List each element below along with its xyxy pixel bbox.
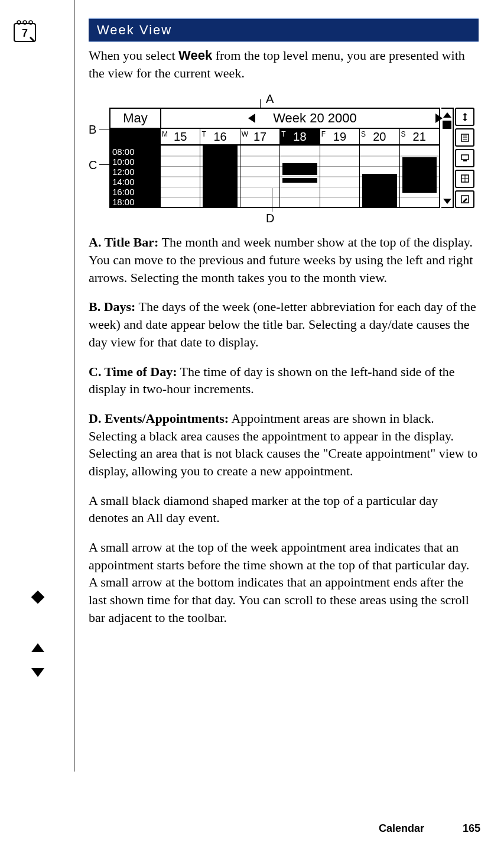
day-cell-wed[interactable]: W17	[240, 129, 279, 144]
day-cell-thu[interactable]: T18	[279, 129, 319, 144]
section-header: Week View	[89, 18, 479, 42]
intro-text-before: When you select	[89, 48, 178, 63]
grid-col-thu[interactable]	[279, 145, 319, 208]
time-label: 10:00	[112, 157, 158, 167]
grid-col-fri[interactable]	[320, 145, 359, 208]
paragraph-d: D. Events/Appointments: Appointment area…	[89, 410, 479, 480]
day-cell-sun[interactable]: S21	[399, 129, 439, 144]
time-column: 08:00 10:00 12:00 14:00 16:00 18:00	[110, 145, 160, 208]
paragraph-b: B. Days: The days of the week (one-lette…	[89, 298, 479, 351]
month-button[interactable]: May	[110, 109, 161, 128]
paragraph-arrows: A small arrow at the top of the week app…	[89, 539, 479, 626]
para-b-title: B. Days:	[89, 299, 135, 314]
edit-icon[interactable]	[455, 190, 474, 209]
corner-spacer	[110, 129, 160, 144]
week-view-figure: A B C D May Week 20 2000	[89, 93, 479, 226]
grid-col-wed[interactable]	[240, 145, 279, 208]
week-title: Week 20 2000	[161, 109, 439, 128]
svg-text:7: 7	[22, 27, 28, 39]
callout-d: D	[266, 212, 274, 225]
leader-line	[260, 99, 261, 108]
up-arrow-icon	[31, 643, 44, 652]
appointment-block[interactable]	[203, 145, 237, 208]
page-footer: Calendar 165	[379, 822, 480, 835]
content-area: Week View When you select Week from the …	[89, 18, 479, 638]
day-cell-mon[interactable]: M15	[160, 129, 200, 144]
time-label: 18:00	[112, 197, 158, 207]
paragraph-diamond: A small black diamond shaped marker at t…	[89, 492, 479, 527]
calendar-page-icon: 7	[12, 18, 38, 46]
grid-view-icon[interactable]	[455, 170, 474, 188]
footer-page-number: 165	[463, 822, 480, 834]
scroll-down-button[interactable]	[441, 195, 453, 207]
scroll-track[interactable]	[441, 121, 453, 195]
footer-section: Calendar	[379, 822, 424, 834]
prev-week-arrow-icon[interactable]	[248, 114, 255, 123]
days-row: M15 T16 W17 T18 F19 S20 S21	[110, 129, 439, 145]
screen-icon[interactable]	[455, 149, 474, 167]
week-display: May Week 20 2000 M15 T16 W17 T18	[109, 108, 440, 208]
paragraph-a: A. Title Bar: The month and week number …	[89, 234, 479, 286]
grid-col-tue[interactable]	[200, 145, 239, 208]
side-toolbar	[441, 108, 474, 208]
para-b-body: The days of the week (one-letter abbrevi…	[89, 299, 476, 349]
para-a-title: A. Title Bar:	[89, 235, 158, 249]
scroll-sync-icon[interactable]	[455, 108, 474, 126]
grid-col-sun[interactable]	[399, 145, 439, 208]
time-label: 14:00	[112, 177, 158, 187]
time-label: 12:00	[112, 167, 158, 177]
leader-line	[99, 164, 110, 165]
para-d-title: D. Events/Appointments:	[89, 411, 229, 426]
appointment-block[interactable]	[402, 157, 437, 193]
scrollbar[interactable]	[441, 108, 454, 208]
list-view-icon[interactable]	[455, 128, 474, 147]
para-c-title: C. Time of Day:	[89, 364, 177, 379]
grid-col-sat[interactable]	[359, 145, 399, 208]
time-label: 16:00	[112, 187, 158, 197]
appointment-block[interactable]	[282, 178, 317, 183]
svg-rect-10	[463, 160, 467, 161]
day-cell-tue[interactable]: T16	[200, 129, 239, 144]
svg-rect-9	[461, 155, 469, 160]
time-label: 08:00	[112, 147, 158, 157]
appointment-block[interactable]	[282, 163, 317, 175]
week-title-text: Week 20 2000	[273, 111, 356, 126]
scroll-thumb[interactable]	[443, 121, 451, 129]
callout-b: B	[89, 123, 96, 137]
paragraph-c: C. Time of Day: The time of day is shown…	[89, 363, 479, 398]
grid-col-mon[interactable]	[160, 145, 200, 208]
leader-line	[99, 129, 110, 129]
ends-after-icon	[376, 203, 384, 208]
day-cell-sat[interactable]: S20	[359, 129, 399, 144]
down-arrow-icon	[31, 668, 44, 677]
scroll-up-button[interactable]	[441, 109, 453, 121]
intro-paragraph: When you select Week from the top level …	[89, 47, 479, 82]
callout-c: C	[89, 158, 97, 172]
diamond-icon	[33, 592, 43, 602]
callout-a: A	[266, 92, 274, 106]
vertical-rule	[74, 0, 74, 772]
intro-bold-word: Week	[178, 48, 212, 63]
day-cell-fri[interactable]: F19	[320, 129, 359, 144]
